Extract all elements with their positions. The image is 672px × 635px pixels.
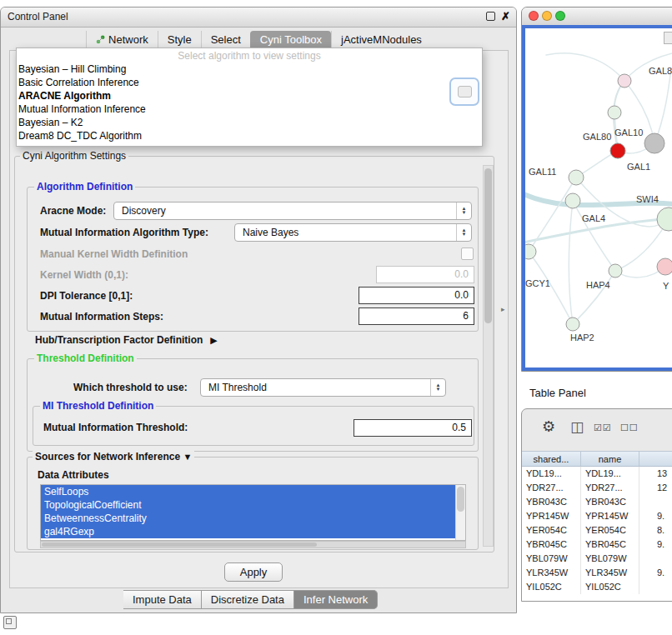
tab-label: Style (168, 33, 192, 46)
control-panel-tab[interactable]: Network (86, 31, 158, 48)
algorithm-option[interactable]: Mutual Information Inference (17, 102, 482, 116)
attributes-vertical-scrollbar[interactable] (455, 485, 465, 540)
table-row[interactable]: YDL19... YDL19... 13 (522, 467, 672, 481)
control-panel-tab[interactable]: Style (158, 31, 201, 48)
network-node[interactable] (525, 244, 536, 259)
table-row[interactable]: YIL052C YIL052C (522, 580, 672, 594)
settings-scrollbar[interactable] (483, 165, 494, 547)
table-row[interactable]: YBR043C YBR043C (522, 495, 672, 509)
column-selector-icon[interactable]: ◫ (570, 418, 584, 436)
mi-algorithm-type-label: Mutual Information Algorithm Type: (40, 227, 208, 238)
network-edge[interactable] (654, 68, 671, 143)
network-edge[interactable] (546, 53, 624, 81)
table-row[interactable]: YPR145W YPR145W 9. (522, 509, 672, 523)
close-traffic-light-icon[interactable] (529, 11, 539, 21)
algorithm-option[interactable]: Bayesian – Hill Climbing (17, 62, 482, 76)
minimized-panel-icon[interactable] (3, 616, 17, 629)
cell-value: 8. (639, 523, 672, 538)
hub-definition-expander[interactable]: Hub/Transcription Factor Definition ▶ (35, 334, 218, 346)
attribute-item[interactable]: SelfLoops (41, 485, 455, 498)
float-window-icon[interactable] (486, 12, 495, 21)
algorithm-option[interactable]: Basic Correlation Inference (17, 76, 482, 89)
cyni-mode-tab[interactable]: Discretize Data (202, 590, 294, 609)
table-row[interactable]: YLR345W YLR345W 9. (522, 566, 672, 580)
algorithm-option[interactable]: ARACNE Algorithm (17, 89, 482, 102)
algorithm-placeholder: Select algorithm to view settings (17, 50, 482, 62)
network-node[interactable] (609, 264, 622, 278)
network-edge[interactable] (569, 201, 573, 324)
network-node[interactable] (566, 318, 579, 331)
cell-value (639, 552, 672, 566)
attribute-item[interactable]: BetweennessCentrality (41, 512, 455, 525)
attribute-item[interactable]: TopologicalCoefficient (41, 498, 455, 512)
scrollbar-thumb[interactable] (42, 542, 317, 547)
dpi-tolerance-field[interactable]: 0.0 (359, 287, 474, 304)
algorithm-option[interactable]: Bayesian – K2 (17, 116, 482, 129)
network-node[interactable] (608, 106, 621, 119)
settings-gear-icon[interactable]: ⚙ (542, 418, 555, 436)
combo-arrows-icon: ▲▼ (456, 224, 471, 241)
zoom-traffic-light-icon[interactable] (555, 11, 565, 21)
manual-kernel-width-checkbox[interactable] (461, 248, 474, 260)
algorithm-help-button[interactable] (449, 78, 479, 106)
network-canvas[interactable]: GAL8GAL80GAL10GAL11GAL1SWI4GAL4GCY1HAP4Y… (522, 25, 672, 371)
column-header-extra[interactable] (639, 452, 672, 466)
attributes-horizontal-scrollbar[interactable] (40, 541, 466, 548)
table-panel-window: ⚙ ◫ ☑☑ ☐☐ shared... name YDL19... YDL19.… (521, 408, 672, 602)
cell-value: 9. (639, 566, 672, 580)
data-attributes-list[interactable]: SelfLoopsTopologicalCoefficientBetweenne… (40, 484, 466, 541)
mi-algorithm-type-value: Naive Bayes (243, 227, 298, 238)
network-node[interactable] (644, 133, 664, 153)
network-node[interactable] (657, 208, 672, 231)
sources-legend: Sources for Network Inference ▼ (33, 451, 194, 462)
network-window-titlebar[interactable] (522, 8, 672, 26)
algorithm-options: Bayesian – Hill Climbing Basic Correlati… (17, 62, 482, 142)
network-node[interactable] (569, 170, 584, 185)
control-panel-tab[interactable]: jActiveMNodules (331, 31, 431, 48)
sources-title: Sources for Network Inference (35, 451, 180, 462)
mi-algorithm-type-select[interactable]: Naive Bayes ▲▼ (234, 223, 472, 242)
attribute-item[interactable]: gal4RGexp (41, 525, 455, 538)
deselect-all-checkboxes-icon[interactable]: ☐☐ (620, 422, 639, 433)
network-view-window: GAL8GAL80GAL10GAL11GAL1SWI4GAL4GCY1HAP4Y… (521, 7, 672, 372)
table-row[interactable]: YBR045C YBR045C 9. (522, 538, 672, 552)
algorithm-option[interactable]: Dream8 DC_TDC Algorithm (17, 129, 482, 142)
close-window-icon[interactable]: ✗ (501, 11, 510, 22)
cyni-mode-tab[interactable]: Impute Data (123, 590, 202, 609)
network-graph[interactable]: GAL8GAL80GAL10GAL11GAL1SWI4GAL4GCY1HAP4Y… (525, 28, 672, 371)
cell-name: YER054C (581, 523, 639, 538)
cyni-algorithm-settings-group: Cyni Algorithm Settings Algorithm Defini… (14, 156, 494, 552)
select-all-checkboxes-icon[interactable]: ☑☑ (594, 422, 612, 433)
table-row[interactable]: YBL079W YBL079W (522, 552, 672, 566)
tab-label: Network (108, 33, 148, 46)
network-node[interactable] (657, 258, 672, 275)
scrollbar-thumb[interactable] (484, 168, 492, 323)
network-node[interactable] (610, 143, 625, 158)
network-node-label: Y (663, 281, 669, 291)
column-header-name[interactable]: name (581, 452, 639, 466)
control-panel-titlebar[interactable]: Control Panel ✗ (1, 8, 516, 28)
collapse-down-icon[interactable]: ▼ (183, 452, 192, 462)
table-row[interactable]: YDR27... YDR27... 12 (522, 481, 672, 495)
network-edge[interactable] (573, 201, 615, 271)
cyni-mode-tab[interactable]: Infer Network (294, 590, 378, 609)
table-row[interactable]: YER054C YER054C 8. (522, 523, 672, 538)
control-panel-title: Control Panel (8, 11, 68, 22)
control-panel-tab[interactable]: Cyni Toolbox (250, 31, 331, 48)
aracne-mode-value: Discovery (122, 205, 166, 217)
mi-threshold-field[interactable]: 0.5 (354, 419, 472, 437)
network-node[interactable] (565, 193, 580, 208)
mi-steps-label: Mutual Information Steps: (40, 311, 163, 322)
minimize-traffic-light-icon[interactable] (542, 11, 552, 21)
network-node[interactable] (618, 74, 631, 88)
control-panel-tab[interactable]: Select (201, 31, 250, 48)
network-edge[interactable] (573, 271, 615, 324)
apply-button[interactable]: Apply (224, 562, 283, 582)
which-threshold-select[interactable]: MI Threshold ▲▼ (200, 378, 446, 397)
aracne-mode-select[interactable]: Discovery ▲▼ (113, 202, 472, 220)
splitter-handle-icon[interactable]: ▸ (501, 305, 505, 313)
column-header-shared-name[interactable]: shared... (522, 452, 581, 466)
tab-label: Infer Network (303, 593, 368, 606)
scrollbar-thumb[interactable] (457, 487, 464, 512)
mi-steps-field[interactable]: 6 (359, 308, 474, 325)
